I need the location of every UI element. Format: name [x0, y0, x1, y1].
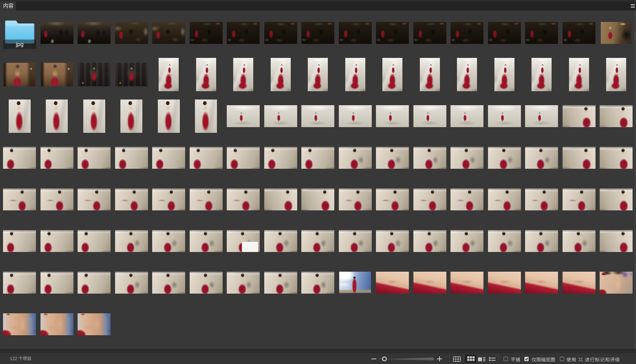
svg-text:jpg: jpg	[16, 41, 23, 47]
